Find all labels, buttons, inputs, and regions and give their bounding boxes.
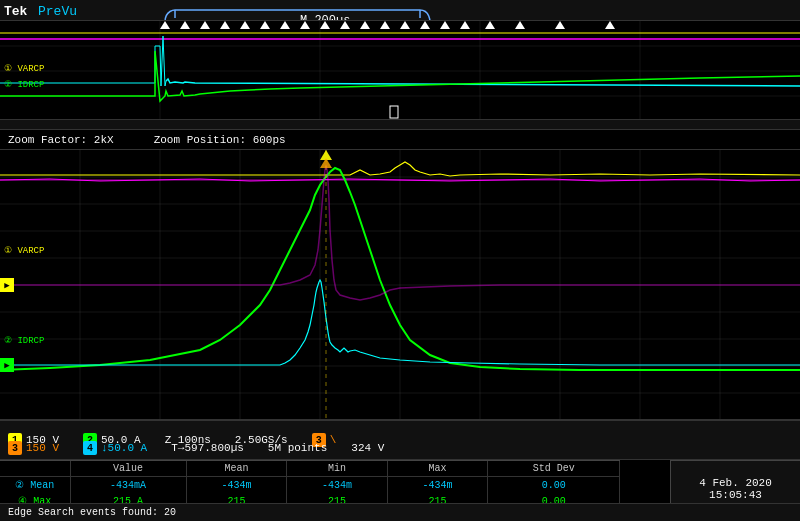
meas-ch2-label: ② Mean bbox=[0, 477, 70, 494]
svg-marker-13 bbox=[240, 21, 250, 29]
main-scope: ① VARCP ② IDRCP ▶ ▶ bbox=[0, 150, 800, 420]
ch1-main-label: ① VARCP bbox=[4, 245, 44, 256]
status-bar: 1 150 V 2 50.0 A Z 100ns 2.50GS/s 3 \ 3 … bbox=[0, 420, 800, 460]
svg-marker-20 bbox=[380, 21, 390, 29]
ch1-arrow-indicator: ▶ bbox=[0, 278, 14, 292]
svg-marker-17 bbox=[320, 21, 330, 29]
zoom-factor-label: Zoom Factor: 2kX bbox=[8, 134, 114, 146]
overview-section: Tek PreVu M 200µs bbox=[0, 0, 800, 130]
ch2-main-label: ② IDRCP bbox=[4, 335, 44, 346]
svg-marker-10 bbox=[180, 21, 190, 29]
meas-row-mean: ② Mean -434mA -434m -434m -434m 0.00 bbox=[0, 477, 620, 494]
t-label: T→597.800µs bbox=[171, 442, 244, 454]
edge-search-bar: Edge Search events found: 20 bbox=[0, 503, 800, 521]
meas-ch2-mean: -434m bbox=[186, 477, 287, 494]
svg-marker-12 bbox=[220, 21, 230, 29]
meas-ch2-value: -434mA bbox=[70, 477, 186, 494]
meas-ch2-stddev: 0.00 bbox=[488, 477, 620, 494]
ch3b-status: 3 150 V bbox=[8, 441, 67, 455]
zoom-bar: Zoom Factor: 2kX Zoom Position: 600ps bbox=[0, 130, 800, 150]
ch2-overview-label: ② IDRCP bbox=[4, 79, 44, 90]
svg-marker-11 bbox=[200, 21, 210, 29]
svg-marker-22 bbox=[420, 21, 430, 29]
ch3b-value: 150 V bbox=[26, 442, 59, 454]
svg-marker-24 bbox=[460, 21, 470, 29]
svg-marker-23 bbox=[440, 21, 450, 29]
svg-marker-9 bbox=[160, 21, 170, 29]
svg-marker-27 bbox=[555, 21, 565, 29]
prevu-label: PreVu bbox=[38, 4, 77, 19]
status-row2: 3 150 V 4 ↓50.0 A T→597.800µs 5M points … bbox=[8, 441, 392, 455]
col-header-min: Min bbox=[287, 461, 388, 477]
edge-search-text: Edge Search events found: 20 bbox=[8, 507, 176, 518]
meas-ch2-min: -434m bbox=[287, 477, 388, 494]
overview-waveform: ① VARCP ② IDRCP bbox=[0, 20, 800, 120]
time-display: 15:05:43 bbox=[709, 489, 762, 501]
main-waveform-svg bbox=[0, 150, 800, 419]
svg-marker-25 bbox=[485, 21, 495, 29]
col-header-value: Value bbox=[70, 461, 186, 477]
col-header-stddev: Std Dev bbox=[488, 461, 620, 477]
svg-marker-28 bbox=[605, 21, 615, 29]
svg-marker-15 bbox=[280, 21, 290, 29]
ch2-arrow-indicator: ▶ bbox=[0, 358, 14, 372]
overview-svg bbox=[0, 21, 800, 119]
svg-marker-19 bbox=[360, 21, 370, 29]
tek-brand: Tek bbox=[4, 4, 27, 19]
svg-marker-21 bbox=[400, 21, 410, 29]
col-header-mean: Mean bbox=[186, 461, 287, 477]
meas-ch2-max: -434m bbox=[387, 477, 488, 494]
col-header-max: Max bbox=[387, 461, 488, 477]
svg-marker-16 bbox=[300, 21, 310, 29]
ch4-number: 4 bbox=[83, 441, 97, 455]
svg-rect-29 bbox=[390, 106, 398, 118]
col-header-empty bbox=[0, 461, 70, 477]
zoom-position-label: Zoom Position: 600ps bbox=[154, 134, 286, 146]
pts-label: 5M points bbox=[268, 442, 327, 454]
date-display: 4 Feb. 2020 bbox=[699, 477, 772, 489]
ch4-status: 4 ↓50.0 A bbox=[83, 441, 155, 455]
ch1-overview-label: ① VARCP bbox=[4, 63, 44, 74]
ch4-value: ↓50.0 A bbox=[101, 442, 147, 454]
svg-marker-26 bbox=[515, 21, 525, 29]
ch3b-val-label: 324 V bbox=[351, 442, 384, 454]
svg-marker-14 bbox=[260, 21, 270, 29]
svg-marker-18 bbox=[340, 21, 350, 29]
ch3b-number: 3 bbox=[8, 441, 22, 455]
